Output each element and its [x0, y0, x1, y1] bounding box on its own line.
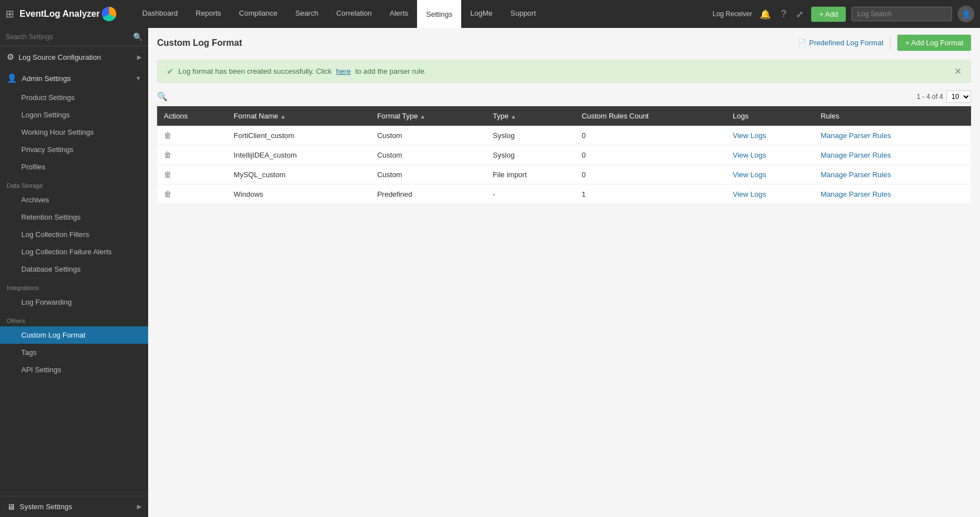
manage-parser-rules-link[interactable]: Manage Parser Rules: [821, 151, 891, 159]
manage-parser-rules-link[interactable]: Manage Parser Rules: [821, 131, 891, 140]
row-action: 🗑: [157, 165, 227, 184]
close-banner-icon[interactable]: ✕: [954, 66, 962, 77]
system-settings-header[interactable]: 🖥 System Settings ▶: [0, 496, 148, 517]
expand-icon[interactable]: ⤢: [794, 7, 806, 22]
predefined-label: Predefined Log Format: [809, 39, 883, 47]
sidebar: 🔍 ⚙ Log Source Configuration ▶ 👤 Admin S…: [0, 28, 148, 517]
table-row: 🗑 IntellijIDEA_custom Custom Syslog 0 Vi…: [157, 145, 971, 165]
nav-logme[interactable]: LogMe: [461, 0, 501, 28]
grid-icon[interactable]: ⊞: [6, 8, 14, 20]
logo-circle: [102, 7, 116, 21]
table-area: 🔍 1 - 4 of 4 10 25 50 Actions Format Nam…: [148, 87, 980, 517]
system-settings-icon: 🖥: [7, 502, 15, 511]
system-settings-expand-icon: ▶: [137, 503, 141, 510]
nav-settings[interactable]: Settings: [417, 0, 461, 28]
nav-compliance[interactable]: Compliance: [230, 0, 287, 28]
sidebar-item-privacy-settings[interactable]: Privacy Settings: [0, 141, 148, 158]
data-table: Actions Format Name ▲ Format Type ▲ Type…: [157, 106, 971, 204]
app-name: EventLog Analyzer: [20, 9, 100, 19]
col-format-name[interactable]: Format Name ▲: [227, 106, 371, 126]
banner-message: Log format has been created successfully…: [178, 67, 332, 75]
sidebar-item-product-settings[interactable]: Product Settings: [0, 89, 148, 106]
data-storage-category: Data Storage: [0, 176, 148, 191]
sidebar-search-container: 🔍: [0, 28, 148, 46]
log-receiver-btn[interactable]: Log Receiver: [713, 10, 752, 18]
sidebar-search-icon[interactable]: 🔍: [133, 32, 143, 41]
delete-icon[interactable]: 🗑: [164, 189, 172, 198]
sidebar-item-archives[interactable]: Archives: [0, 191, 148, 208]
success-banner: ✔ Log format has been created successful…: [157, 60, 971, 83]
view-logs-link[interactable]: View Logs: [733, 131, 766, 140]
logo: EventLog Analyzer: [20, 7, 116, 21]
sidebar-item-retention-settings[interactable]: Retention Settings: [0, 208, 148, 226]
nav-right: Log Receiver 🔔 ? ⤢ + Add 👤: [713, 6, 974, 22]
others-section: Others Custom Log Format Tags API Settin…: [0, 311, 148, 378]
add-button[interactable]: + Add: [811, 7, 846, 22]
sidebar-item-log-forwarding[interactable]: Log Forwarding: [0, 293, 148, 311]
nav-search[interactable]: Search: [286, 0, 327, 28]
table-controls: 🔍 1 - 4 of 4 10 25 50: [157, 87, 971, 106]
delete-icon[interactable]: 🗑: [164, 170, 172, 179]
nav-support[interactable]: Support: [501, 0, 545, 28]
row-logs: View Logs: [726, 126, 814, 145]
sidebar-item-database-settings[interactable]: Database Settings: [0, 260, 148, 278]
others-category: Others: [0, 311, 148, 326]
row-format-name: Windows: [227, 184, 371, 204]
col-rules: Rules: [814, 106, 971, 126]
delete-icon[interactable]: 🗑: [164, 131, 172, 140]
row-format-type: Custom: [371, 165, 486, 184]
nav-dashboard[interactable]: Dashboard: [133, 0, 187, 28]
sidebar-item-profiles[interactable]: Profiles: [0, 158, 148, 176]
row-rules: Manage Parser Rules: [814, 126, 971, 145]
sidebar-item-api-settings[interactable]: API Settings: [0, 361, 148, 378]
sidebar-item-tags[interactable]: Tags: [0, 344, 148, 361]
page-title: Custom Log Format: [157, 38, 242, 48]
row-custom-rules: 0: [575, 165, 726, 184]
content-area: Custom Log Format 📄 Predefined Log Forma…: [148, 28, 980, 517]
sidebar-item-custom-log-format[interactable]: Custom Log Format: [0, 326, 148, 344]
add-log-format-button[interactable]: + Add Log Format: [897, 35, 971, 51]
table-row: 🗑 Windows Predefined - 1 View Logs Manag…: [157, 184, 971, 204]
nav-alerts[interactable]: Alerts: [381, 0, 417, 28]
log-receiver-label: Log Receiver: [713, 10, 752, 18]
manage-parser-rules-link[interactable]: Manage Parser Rules: [821, 170, 891, 179]
bell-icon[interactable]: 🔔: [758, 7, 773, 22]
sidebar-search-input[interactable]: [6, 33, 133, 41]
per-page-select[interactable]: 10 25 50: [946, 91, 971, 103]
sidebar-item-logon-settings[interactable]: Logon Settings: [0, 106, 148, 124]
sidebar-item-working-hour[interactable]: Working Hour Settings: [0, 124, 148, 141]
admin-expand-icon: ▼: [135, 75, 141, 82]
success-icon: ✔: [167, 67, 174, 77]
col-type[interactable]: Type ▲: [486, 106, 575, 126]
row-custom-rules: 0: [575, 126, 726, 145]
nav-correlation[interactable]: Correlation: [327, 0, 381, 28]
nav-reports[interactable]: Reports: [187, 0, 230, 28]
banner-message-suffix: to add the parser rule.: [355, 67, 426, 75]
log-source-label: Log Source Configuration: [18, 53, 101, 61]
log-search-input[interactable]: [851, 7, 952, 21]
table-row: 🗑 FortiClient_custom Custom Syslog 0 Vie…: [157, 126, 971, 145]
view-logs-link[interactable]: View Logs: [733, 151, 766, 159]
nav-items: Dashboard Reports Compliance Search Corr…: [133, 0, 712, 28]
avatar[interactable]: 👤: [958, 6, 974, 22]
admin-settings-header[interactable]: 👤 Admin Settings ▼: [0, 68, 148, 89]
admin-settings-label: Admin Settings: [22, 74, 70, 83]
sidebar-item-log-collection-filters[interactable]: Log Collection Filters: [0, 226, 148, 243]
predefined-log-format-link[interactable]: 📄 Predefined Log Format: [798, 39, 883, 47]
view-logs-link[interactable]: View Logs: [733, 190, 766, 198]
sidebar-item-log-collection-failure[interactable]: Log Collection Failure Alerts: [0, 243, 148, 260]
admin-settings-icon: 👤: [7, 73, 17, 83]
manage-parser-rules-link[interactable]: Manage Parser Rules: [821, 190, 891, 198]
row-action: 🗑: [157, 184, 227, 204]
col-format-type[interactable]: Format Type ▲: [371, 106, 486, 126]
log-source-config-header[interactable]: ⚙ Log Source Configuration ▶: [0, 46, 148, 68]
view-logs-link[interactable]: View Logs: [733, 170, 766, 179]
question-icon[interactable]: ?: [779, 7, 788, 21]
row-logs: View Logs: [726, 165, 814, 184]
delete-icon[interactable]: 🗑: [164, 150, 172, 159]
row-action: 🗑: [157, 145, 227, 165]
banner-link[interactable]: here: [336, 67, 351, 75]
page-header: Custom Log Format 📄 Predefined Log Forma…: [148, 28, 980, 55]
col-logs: Logs: [726, 106, 814, 126]
table-search-icon[interactable]: 🔍: [157, 92, 168, 102]
